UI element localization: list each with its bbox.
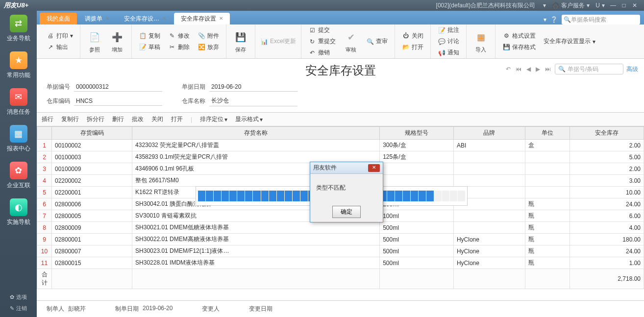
save-button[interactable]: 💾保存 xyxy=(229,29,252,53)
billno-value[interactable]: 0000000312 xyxy=(74,82,162,92)
barcode-search[interactable]: 🔍单据条码搜索 xyxy=(562,15,640,24)
col-header[interactable]: 存货名称 xyxy=(132,127,380,140)
table-row[interactable]: 802800009SH30021.01 DMEM低糖液体培养基500ml瓶4.0… xyxy=(37,222,644,234)
first-record-icon[interactable]: ⏮ xyxy=(515,66,522,73)
table-row[interactable]: 1102800015SH30228.01 IMDM液体培养基500mlHyClo… xyxy=(37,257,644,269)
discard-button[interactable]: 🔀放弃 xyxy=(196,42,221,52)
tab-label: 调拨单 xyxy=(85,13,102,24)
sidebar-item[interactable]: ★常用功能 xyxy=(0,51,37,79)
tab-close-icon[interactable]: ✕ xyxy=(105,13,109,24)
audit-button: ✔审核 xyxy=(340,29,362,53)
draft-button[interactable]: 📝草稿 xyxy=(137,42,162,52)
left-sidebar: ⇄业务导航★常用功能✉消息任务▦报表中心✿企业互联◐实施导航 ✿ 选项 ✎ 注销 xyxy=(0,11,37,317)
review-button: 🔍查审 xyxy=(364,36,390,47)
sidebar-item[interactable]: ▦报表中心 xyxy=(0,125,37,153)
tab-close-icon[interactable]: ✕ xyxy=(219,13,223,24)
save-icon: 💾 xyxy=(233,29,248,45)
options-link[interactable]: ✿ 选项 xyxy=(0,292,37,303)
table-row[interactable]: 2001000034358293 0.1ml荧光定量PCR八排管125条/盒5.… xyxy=(37,151,644,163)
sidebar-item[interactable]: ⇄业务导航 xyxy=(0,15,37,43)
copy-button[interactable]: 📋复制 xyxy=(137,31,162,41)
note-icon: 📝 xyxy=(438,26,446,34)
sidebar-icon: ⇄ xyxy=(10,15,27,32)
whcode-value[interactable]: HNCS xyxy=(74,97,162,106)
note-button[interactable]: 📝批注 xyxy=(436,25,461,35)
close-button[interactable]: ✕ xyxy=(629,2,640,9)
display-settings-button[interactable]: 安全库存设置显示 ▾ xyxy=(542,36,597,47)
minimize-button[interactable]: — xyxy=(608,2,619,9)
whname-value[interactable]: 长沙仓 xyxy=(209,96,297,106)
tab[interactable]: 安全库存设置✕ xyxy=(174,13,230,24)
dialog-ok-button[interactable]: 确定 xyxy=(332,206,361,218)
output-button[interactable]: ↗输出 xyxy=(45,42,75,52)
changedate-label: 变更日期 xyxy=(249,305,272,313)
open-button-rb: 📂打开 xyxy=(400,42,425,52)
sidebar-label: 实施导航 xyxy=(0,218,37,226)
submit-button: ☑提交 xyxy=(306,25,338,35)
next-record-icon[interactable]: ▶ xyxy=(535,66,541,73)
display-format-button[interactable]: 显示格式 ▾ xyxy=(235,115,263,123)
excel-icon: 📊 xyxy=(260,38,268,46)
sidebar-item[interactable]: ✿企业互联 xyxy=(0,162,37,190)
grid-icon: ▦ xyxy=(473,29,489,45)
sidebar-label: 消息任务 xyxy=(0,108,37,116)
last-record-icon[interactable]: ⏭ xyxy=(544,66,552,73)
col-header[interactable]: 存货编码 xyxy=(52,127,132,140)
col-header[interactable]: 品牌 xyxy=(453,127,525,140)
tab-menu-icon[interactable]: ▾ xyxy=(544,16,546,23)
maximize-button[interactable]: □ xyxy=(619,2,629,9)
app-brand: 用友U8+ xyxy=(4,1,28,10)
tab-strip: 我的桌面 调拨单✕安全库存设…✕安全库存设置✕ ▾ ❔ 🔍单据条码搜索 xyxy=(37,11,644,24)
table-row[interactable]: 902800001SH30022.01 DMEM高糖液体培养基500mlHyCl… xyxy=(37,234,644,245)
tab[interactable]: 安全库存设…✕ xyxy=(117,13,173,24)
open-row-button[interactable]: 打开 xyxy=(171,115,183,123)
dropdown-icon[interactable]: ▾ xyxy=(543,2,546,9)
dialog-message: 类型不匹配 xyxy=(310,174,383,202)
customer-service[interactable]: 🎧客户服务▾ xyxy=(552,1,590,10)
edit-button[interactable]: ✎修改 xyxy=(166,31,192,41)
insert-row-button[interactable]: 插行 xyxy=(42,115,53,123)
sort-button[interactable]: 排序定位 ▾ xyxy=(200,115,227,123)
copy-row-button[interactable]: 复制行 xyxy=(61,115,79,123)
attach-button[interactable]: 📎附件 xyxy=(196,31,221,41)
print-button[interactable]: 🖨打印 ▾ xyxy=(45,31,75,41)
document-header: 安全库存设置 ↶ ⏮ ◀ ▶ ⏭ 🔍单据号/条码 高级 单据编号00000003… xyxy=(37,59,644,113)
doc-search[interactable]: 🔍单据号/条码 xyxy=(555,64,623,74)
billdate-value[interactable]: 2019-06-20 xyxy=(209,82,297,92)
company-name[interactable]: [002](default)合肥兰杰柯科技有限公司 xyxy=(436,1,536,10)
col-header[interactable]: 安全库存 xyxy=(570,127,644,140)
title-bar: 用友U8+ [002](default)合肥兰杰柯科技有限公司 ▾ 🎧客户服务▾… xyxy=(0,0,644,11)
discuss-button[interactable]: 💬讨论 xyxy=(436,36,461,47)
undo-icon[interactable]: ↶ xyxy=(505,66,512,73)
save-format-button[interactable]: 💾保存格式 xyxy=(500,42,538,52)
dialog-close-icon[interactable]: ✕ xyxy=(368,164,380,172)
whname-label: 仓库名称 xyxy=(182,97,205,105)
split-row-button[interactable]: 拆分行 xyxy=(87,115,104,123)
u-menu[interactable]: U ▾ xyxy=(595,2,605,9)
format-settings-button[interactable]: ⚙格式设置 xyxy=(500,31,538,41)
col-header[interactable]: 单位 xyxy=(525,127,570,140)
table-row[interactable]: 1002800007SH30023.01 DMEM/F12(1:1)液体…500… xyxy=(37,245,644,257)
add-button[interactable]: ➕增加 xyxy=(106,29,128,53)
sidebar-item[interactable]: ✉消息任务 xyxy=(0,88,37,116)
sidebar-label: 业务导航 xyxy=(0,34,37,43)
reference-button[interactable]: 📄参照 xyxy=(83,29,106,53)
sidebar-label: 常用功能 xyxy=(0,71,37,79)
table-row[interactable]: 1001000024323032 荧光定量PCR八排管盖300条/盒ABI盒2.… xyxy=(37,140,644,151)
tab-close-icon[interactable]: ✕ xyxy=(162,13,166,24)
col-header[interactable]: 规格型号 xyxy=(380,127,454,140)
prev-record-icon[interactable]: ◀ xyxy=(525,66,532,73)
tab[interactable]: 调拨单✕ xyxy=(78,13,116,24)
tab-home[interactable]: 我的桌面 xyxy=(40,13,77,24)
close-row-button[interactable]: 关闭 xyxy=(151,115,163,123)
sidebar-item[interactable]: ◐实施导航 xyxy=(0,198,37,226)
delete-button[interactable]: ✂删除 xyxy=(166,42,192,52)
excel-update-button[interactable]: 📊Excel更新 xyxy=(258,36,298,47)
advanced-link[interactable]: 高级 xyxy=(626,65,638,73)
batch-edit-button[interactable]: 批改 xyxy=(132,115,144,123)
import-button[interactable]: ▦导入 xyxy=(470,29,492,53)
help-icon[interactable]: ❔ xyxy=(550,16,558,23)
notify-button[interactable]: 📢通知 xyxy=(436,48,461,58)
logout-link[interactable]: ✎ 注销 xyxy=(0,303,37,314)
delete-row-button[interactable]: 删行 xyxy=(112,115,124,123)
